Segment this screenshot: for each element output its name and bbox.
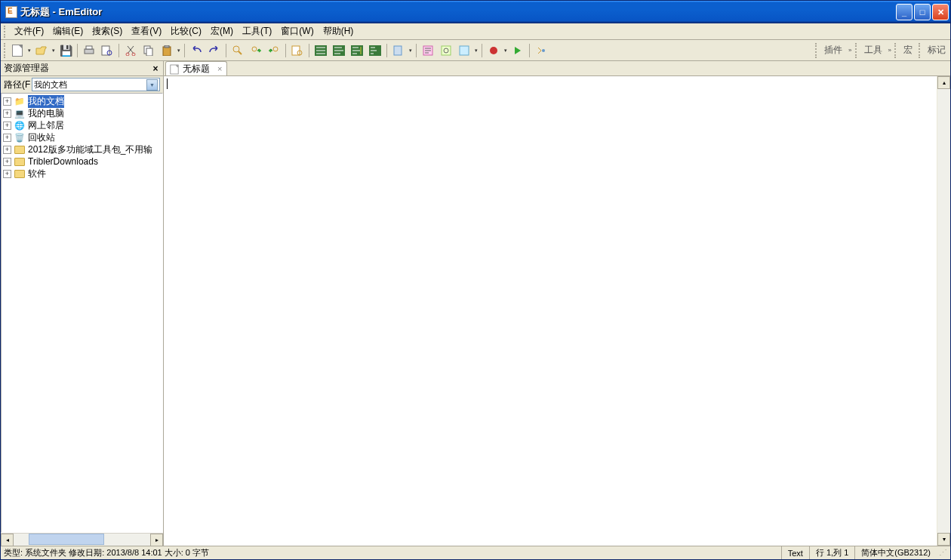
find-in-files-button[interactable] <box>289 42 306 59</box>
tree-item[interactable]: + 📁 我的文档 <box>2 95 162 107</box>
paste-dropdown[interactable]: ▾ <box>176 48 182 54</box>
macro-grip[interactable] <box>894 43 897 58</box>
menu-help[interactable]: 帮助(H) <box>319 23 359 39</box>
marks-toolbar-label[interactable]: 标记 <box>925 42 949 58</box>
expand-icon[interactable]: + <box>3 97 11 106</box>
expand-icon[interactable]: + <box>3 146 11 154</box>
menubar-grip[interactable] <box>4 26 7 38</box>
maximize-button[interactable]: □ <box>914 4 931 20</box>
tree-item[interactable]: + 2012版多功能域工具包_不用输 <box>2 143 162 155</box>
toolbar: ▾ ▾ 💾 ▾ ▾ ▾ ▾ <box>1 40 950 61</box>
macro-record-dropdown[interactable]: ▾ <box>503 48 509 54</box>
svg-rect-19 <box>394 46 402 55</box>
scroll-thumb[interactable] <box>29 534 104 545</box>
menu-tools[interactable]: 工具(T) <box>238 23 276 39</box>
marks-grip[interactable] <box>919 43 922 58</box>
resize-grip[interactable]: ⋰ <box>937 548 947 558</box>
customize-button[interactable] <box>438 42 454 59</box>
status-encoding[interactable]: 简体中文(GB2312) <box>854 546 937 559</box>
config-button[interactable] <box>390 42 407 59</box>
properties-button[interactable] <box>420 42 436 59</box>
status-mode[interactable]: Text <box>781 546 809 559</box>
svg-rect-21 <box>442 46 451 55</box>
toolbar-grip[interactable] <box>4 43 7 58</box>
cut-button[interactable] <box>122 42 139 59</box>
expand-icon[interactable]: + <box>3 158 11 166</box>
scroll-up-button[interactable]: ▴ <box>937 76 950 89</box>
expand-icon[interactable]: + <box>3 109 11 118</box>
undo-button[interactable] <box>188 42 205 59</box>
minimize-button[interactable]: _ <box>896 4 913 20</box>
tree-item[interactable]: + 💻 我的电脑 <box>2 107 162 119</box>
path-combo[interactable]: 我的文档 ▼ <box>32 78 160 91</box>
tree-item[interactable]: + 软件 <box>2 168 162 180</box>
tools-toolbar-label[interactable]: 工具 <box>861 42 885 58</box>
find-next-button[interactable] <box>248 42 264 59</box>
wrap-window-button[interactable] <box>331 42 347 59</box>
redo-button[interactable] <box>206 42 223 59</box>
tree-item-label: 我的电脑 <box>28 107 64 120</box>
outline-button[interactable] <box>533 42 549 59</box>
macro-toolbar-label[interactable]: 宏 <box>900 42 916 58</box>
titlebar[interactable]: 无标题 - EmEditor _ □ ✕ <box>1 1 950 23</box>
svg-rect-8 <box>163 47 171 56</box>
explorer-hscrollbar[interactable]: ◂ ▸ <box>1 533 163 546</box>
close-button[interactable]: ✕ <box>932 4 949 20</box>
find-prev-button[interactable] <box>266 42 282 59</box>
find-button[interactable] <box>229 42 246 59</box>
menu-view[interactable]: 查看(V) <box>127 23 166 39</box>
save-button[interactable]: 💾 <box>57 42 74 59</box>
tree-item-label: TriblerDownloads <box>28 156 98 167</box>
explorer-close-button[interactable]: × <box>151 63 160 74</box>
plugins-toolbar-label[interactable]: 插件 <box>821 42 845 58</box>
plugins-grip[interactable] <box>815 43 818 58</box>
menu-compare[interactable]: 比较(C) <box>166 23 206 39</box>
macro-record-button[interactable] <box>485 42 502 59</box>
explorer-tree[interactable]: + 📁 我的文档 + 💻 我的电脑 + 🌐 网上邻居 + 🗑️ <box>1 93 163 533</box>
tree-item[interactable]: + 🌐 网上邻居 <box>2 119 162 131</box>
tab-close-button[interactable]: × <box>217 64 222 73</box>
macro-play-button[interactable] <box>509 42 526 59</box>
tree-item-label: 软件 <box>28 168 46 180</box>
expand-icon[interactable]: + <box>3 122 11 130</box>
options-dropdown[interactable]: ▾ <box>473 48 479 54</box>
document-tab[interactable]: 无标题 × <box>165 61 227 75</box>
expand-icon[interactable]: + <box>3 134 11 142</box>
scroll-down-button[interactable]: ▾ <box>937 533 950 546</box>
print-button[interactable] <box>81 42 97 59</box>
svg-rect-1 <box>86 46 92 49</box>
wrap-none-button[interactable] <box>312 42 329 59</box>
options-button[interactable] <box>456 42 472 59</box>
window-title: 无标题 - EmEditor <box>20 5 896 19</box>
tree-item[interactable]: + 🗑️ 回收站 <box>2 131 162 143</box>
chevron-right-icon[interactable]: » <box>848 47 851 54</box>
wrap-page-button[interactable] <box>349 42 365 59</box>
combo-dropdown-icon[interactable]: ▼ <box>146 79 158 91</box>
menu-file[interactable]: 文件(F) <box>10 23 48 39</box>
copy-button[interactable] <box>140 42 157 59</box>
config-dropdown[interactable]: ▾ <box>408 48 414 54</box>
wrap-char-button[interactable] <box>367 42 383 59</box>
paste-button[interactable] <box>158 42 175 59</box>
editor-textarea[interactable] <box>164 76 937 546</box>
menubar: 文件(F) 编辑(E) 搜索(S) 查看(V) 比较(C) 宏(M) 工具(T)… <box>1 23 950 40</box>
open-dropdown[interactable]: ▾ <box>51 48 57 54</box>
new-button[interactable] <box>9 42 26 59</box>
menu-search[interactable]: 搜索(S) <box>88 23 127 39</box>
new-dropdown[interactable]: ▾ <box>26 48 32 54</box>
menu-window[interactable]: 窗口(W) <box>276 23 318 39</box>
editor-vscrollbar[interactable]: ▴ ▾ <box>937 76 950 546</box>
menu-edit[interactable]: 编辑(E) <box>48 23 88 39</box>
open-button[interactable] <box>33 42 50 59</box>
chevron-right-icon[interactable]: » <box>888 47 891 54</box>
menu-macro[interactable]: 宏(M) <box>206 23 238 39</box>
scroll-left-button[interactable]: ◂ <box>1 534 14 546</box>
tree-item-label: 网上邻居 <box>28 119 64 132</box>
tools-grip[interactable] <box>855 43 858 58</box>
expand-icon[interactable]: + <box>3 170 11 178</box>
tree-item[interactable]: + TriblerDownloads <box>2 155 162 168</box>
scroll-right-button[interactable]: ▸ <box>150 534 163 546</box>
status-info: 类型: 系统文件夹 修改日期: 2013/8/8 14:01 大小: 0 字节 <box>4 547 781 558</box>
print-preview-button[interactable] <box>99 42 115 59</box>
recycle-icon: 🗑️ <box>14 132 26 143</box>
